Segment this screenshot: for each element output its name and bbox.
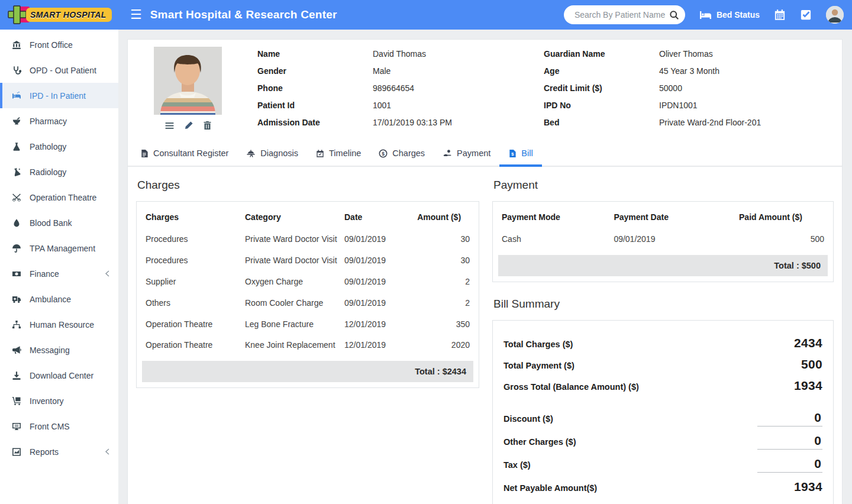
- sidebar-item-messaging[interactable]: Messaging: [0, 337, 118, 363]
- sidebar-item-opd[interactable]: OPD - Out Patient: [0, 57, 118, 83]
- table-row: Supplier Oxygen Charge 09/01/2019 2: [142, 272, 473, 293]
- tax-input[interactable]: [757, 457, 822, 473]
- sidebar-item-label: Ambulance: [30, 295, 71, 304]
- tab-label: Payment: [457, 148, 490, 158]
- search-icon[interactable]: [669, 10, 679, 20]
- sidebar-item-reports[interactable]: Reports: [0, 439, 118, 464]
- app-logo[interactable]: SMART HOSPITAL: [0, 4, 118, 25]
- tab-bill[interactable]: $ Bill: [499, 141, 541, 167]
- sidebar-item-inventory[interactable]: Inventory: [0, 388, 118, 413]
- field-label: Guardian Name: [544, 49, 659, 59]
- sidebar-item-radiology[interactable]: Radiology: [0, 159, 118, 185]
- sidebar-item-ambulance[interactable]: Ambulance: [0, 286, 118, 312]
- bill-row: Total Charges ($) 2434: [504, 336, 822, 350]
- bill-row-label: Discount ($): [504, 414, 553, 424]
- sidebar-item-label: Radiology: [30, 167, 66, 177]
- sidebar-item-label: Inventory: [30, 396, 64, 406]
- field-label: Age: [544, 66, 659, 76]
- building-icon: [11, 40, 22, 50]
- field-value: David Thomas: [373, 49, 426, 59]
- payment-total: Total : $500: [498, 255, 828, 276]
- field-value: 17/01/2019 03:13 PM: [373, 118, 452, 127]
- bill-summary-box: Total Charges ($) 2434 Total Payment ($)…: [492, 320, 834, 504]
- cell: Leg Bone Fracture: [241, 314, 341, 335]
- tasks-icon[interactable]: [800, 9, 812, 21]
- sidebar-item-operation-theatre[interactable]: Operation Theatre: [0, 185, 118, 210]
- sidebar-item-pathology[interactable]: Pathology: [0, 134, 118, 159]
- patient-photo: [154, 47, 222, 115]
- bill-row: Other Charges ($): [504, 434, 822, 450]
- cell: Operation Theatre: [142, 335, 241, 356]
- sitemap-icon: [11, 320, 22, 329]
- sidebar-item-label: Messaging: [30, 345, 70, 355]
- file-icon: [140, 149, 149, 158]
- bill-row-label: Gross Total (Balance Amount) ($): [504, 382, 639, 392]
- cell: 09/01/2019: [610, 229, 735, 250]
- search-input[interactable]: [573, 9, 669, 20]
- sidebar-item-ipd[interactable]: IPD - In Patient: [0, 83, 118, 108]
- tab-charges[interactable]: $ Charges: [370, 141, 434, 167]
- payment-table: Payment Mode Payment Date Paid Amount ($…: [498, 207, 828, 250]
- bed-status-button[interactable]: Bed Status: [699, 10, 760, 20]
- field-label: Patient Id: [257, 101, 373, 110]
- bed-icon: [11, 91, 22, 101]
- ambulance-icon: [11, 295, 22, 304]
- blood-drop-icon: [11, 218, 22, 228]
- bill-row: Tax ($): [504, 457, 822, 473]
- download-icon: [11, 371, 22, 380]
- main-panel: NameDavid Thomas GenderMale Phone9896646…: [127, 39, 843, 504]
- discount-input[interactable]: [757, 411, 822, 427]
- charges-table-box: Charges Category Date Amount ($) Procedu…: [136, 201, 479, 388]
- calendar-icon[interactable]: [774, 9, 786, 21]
- menu-toggle-icon[interactable]: ☰: [130, 8, 142, 21]
- column-header: Payment Mode: [498, 207, 610, 229]
- sidebar-item-front-cms[interactable]: Front CMS: [0, 413, 118, 439]
- delete-icon[interactable]: [203, 121, 212, 131]
- cell: Oxygen Charge: [241, 272, 341, 293]
- other-charges-input[interactable]: [757, 434, 822, 450]
- sidebar-item-finance[interactable]: Finance: [0, 261, 118, 286]
- field-label: Phone: [257, 83, 373, 93]
- list-icon[interactable]: [164, 121, 175, 131]
- tab-timeline[interactable]: Timeline: [307, 141, 370, 167]
- sidebar-item-tpa-management[interactable]: TPA Management: [0, 235, 118, 261]
- flask-icon: [11, 142, 22, 151]
- stethoscope-icon: [11, 66, 22, 75]
- cell: 350: [414, 314, 473, 335]
- charges-total: Total : $2434: [142, 361, 473, 382]
- logo-text: SMART HOSPITAL: [26, 8, 112, 22]
- monitor-icon: [11, 422, 22, 431]
- table-row: Cash 09/01/2019 500: [498, 229, 828, 250]
- bill-file-icon: $: [508, 149, 517, 158]
- sidebar-item-blood-bank[interactable]: Blood Bank: [0, 210, 118, 235]
- bill-row-label: Total Charges ($): [504, 340, 573, 349]
- sidebar-item-front-office[interactable]: Front Office: [0, 32, 118, 57]
- cell: 2020: [414, 335, 473, 356]
- cell: 12/01/2019: [341, 314, 414, 335]
- cell: Procedures: [142, 229, 241, 250]
- table-row: Others Room Cooler Charge 09/01/2019 2: [142, 293, 473, 314]
- bill-row: Total Payment ($) 500: [504, 357, 822, 371]
- sidebar-item-label: Front CMS: [30, 422, 70, 431]
- cell: 2: [414, 293, 473, 314]
- sidebar-item-human-resource[interactable]: Human Resource: [0, 312, 118, 337]
- cell: 12/01/2019: [341, 335, 414, 356]
- chart-icon: [11, 447, 22, 457]
- field-label: Admission Date: [257, 118, 373, 127]
- mortar-pestle-icon: [11, 117, 22, 126]
- sidebar-item-label: OPD - Out Patient: [30, 66, 96, 75]
- tab-payment[interactable]: Payment: [434, 141, 499, 167]
- field-value: 1001: [373, 101, 391, 110]
- bed-icon: [699, 11, 712, 20]
- sidebar-item-pharmacy[interactable]: Pharmacy: [0, 108, 118, 134]
- bill-row: Net Payable Amount($) 1934: [504, 480, 822, 494]
- tab-consultant-register[interactable]: Consultant Register: [131, 141, 237, 167]
- patient-info-card: NameDavid Thomas GenderMale Phone9896646…: [128, 40, 842, 141]
- edit-icon[interactable]: [184, 121, 193, 131]
- sidebar-item-label: Human Resource: [30, 320, 94, 329]
- sidebar-item-download-center[interactable]: Download Center: [0, 363, 118, 388]
- tab-diagnosis[interactable]: Diagnosis: [237, 141, 307, 167]
- field-label: Name: [257, 49, 373, 59]
- user-avatar[interactable]: [826, 6, 844, 24]
- field-value: Oliver Thomas: [659, 49, 713, 59]
